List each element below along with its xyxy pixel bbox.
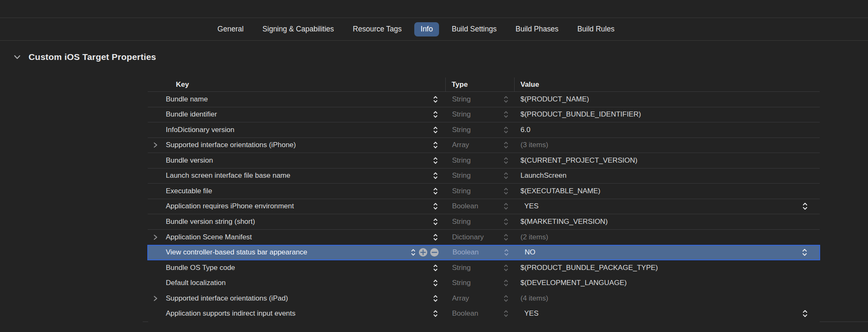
- table-row[interactable]: View controller-based status bar appeara…: [147, 245, 820, 260]
- key-label: Bundle identifier: [166, 110, 217, 119]
- type-cell: String: [445, 214, 514, 229]
- column-header-value: Value: [514, 78, 820, 91]
- type-stepper-icon[interactable]: [503, 201, 509, 212]
- type-stepper-icon[interactable]: [503, 109, 509, 120]
- value-cell[interactable]: $(CURRENT_PROJECT_VERSION): [514, 153, 820, 168]
- key-stepper-icon[interactable]: [432, 140, 439, 150]
- value-cell[interactable]: $(EXECUTABLE_NAME): [514, 184, 820, 199]
- key-stepper-icon[interactable]: [432, 155, 439, 166]
- type-stepper-icon[interactable]: [503, 232, 509, 243]
- table-row[interactable]: Bundle OS Type code String $(PRODUCT_BUN…: [148, 260, 820, 276]
- key-stepper-icon[interactable]: [432, 278, 439, 288]
- type-stepper-icon[interactable]: [503, 216, 509, 227]
- key-stepper-icon[interactable]: [432, 232, 439, 243]
- tab-info[interactable]: Info: [414, 22, 439, 36]
- value-cell[interactable]: $(DEVELOPMENT_LANGUAGE): [514, 275, 820, 291]
- key-stepper-icon[interactable]: [432, 293, 439, 304]
- table-row[interactable]: Default localization String $(DEVELOPMEN…: [148, 275, 820, 291]
- value-cell[interactable]: $(PRODUCT_NAME): [514, 92, 820, 107]
- type-cell: String: [445, 260, 514, 276]
- type-cell: String: [445, 107, 514, 122]
- table-row[interactable]: Bundle identifier String $(PRODUCT_BUNDL…: [148, 107, 820, 123]
- type-stepper-icon[interactable]: [503, 94, 509, 105]
- table-row[interactable]: Application supports indirect input even…: [148, 306, 820, 322]
- key-stepper-icon[interactable]: [410, 247, 416, 258]
- table-row[interactable]: Bundle name String $(PRODUCT_NAME): [148, 92, 820, 107]
- key-cell: Application requires iPhone environment: [148, 199, 445, 214]
- value-cell[interactable]: NO: [515, 246, 819, 259]
- value-cell[interactable]: $(PRODUCT_BUNDLE_IDENTIFIER): [514, 107, 820, 122]
- value-cell[interactable]: 6.0: [514, 122, 820, 137]
- type-stepper-icon[interactable]: [503, 278, 509, 288]
- tab-general[interactable]: General: [217, 22, 243, 36]
- key-stepper-icon[interactable]: [432, 308, 439, 319]
- tab-label: General: [217, 25, 243, 34]
- value-label: LaunchScreen: [520, 171, 567, 180]
- chevron-down-icon[interactable]: [13, 52, 22, 62]
- value-dropdown-icon[interactable]: [802, 201, 808, 212]
- chevron-right-icon[interactable]: [152, 295, 159, 302]
- type-label: Array: [452, 141, 469, 149]
- table-row[interactable]: Bundle version string (short) String $(M…: [148, 214, 820, 230]
- type-label: String: [452, 264, 471, 272]
- chevron-right-icon[interactable]: [152, 141, 159, 149]
- value-dropdown-icon[interactable]: [801, 247, 808, 258]
- table-row[interactable]: Launch screen interface file base name S…: [148, 169, 820, 184]
- type-cell: Boolean: [445, 199, 514, 214]
- type-stepper-icon[interactable]: [503, 308, 509, 319]
- tab-label: Build Settings: [452, 25, 497, 34]
- value-cell[interactable]: (3 items): [514, 138, 820, 153]
- type-stepper-icon[interactable]: [503, 124, 509, 135]
- type-stepper-icon[interactable]: [503, 140, 509, 150]
- key-stepper-icon[interactable]: [432, 94, 439, 105]
- key-label: Bundle version: [166, 156, 213, 165]
- key-label: InfoDictionary version: [166, 126, 234, 134]
- value-label: $(DEVELOPMENT_LANGUAGE): [520, 279, 627, 287]
- type-label: Boolean: [452, 248, 478, 257]
- type-cell: Array: [445, 138, 514, 153]
- key-stepper-icon[interactable]: [432, 170, 439, 181]
- value-cell[interactable]: $(PRODUCT_BUNDLE_PACKAGE_TYPE): [514, 260, 820, 276]
- key-stepper-icon[interactable]: [432, 124, 439, 135]
- tab-resource-tags[interactable]: Resource Tags: [353, 22, 402, 36]
- section-header[interactable]: Custom iOS Target Properties: [13, 50, 156, 64]
- table-row[interactable]: Supported interface orientations (iPhone…: [148, 138, 820, 153]
- key-stepper-icon[interactable]: [432, 186, 439, 197]
- value-cell[interactable]: LaunchScreen: [514, 169, 820, 184]
- table-row[interactable]: Application Scene Manifest Dictionary (2…: [148, 230, 820, 245]
- remove-row-button[interactable]: [430, 248, 439, 257]
- value-cell[interactable]: YES: [514, 199, 820, 214]
- type-stepper-icon[interactable]: [503, 186, 509, 197]
- tab-build-phases[interactable]: Build Phases: [515, 22, 558, 36]
- key-stepper-icon[interactable]: [432, 201, 439, 212]
- add-row-button[interactable]: [418, 248, 428, 257]
- value-cell[interactable]: $(MARKETING_VERSION): [514, 214, 820, 229]
- table-row[interactable]: Application requires iPhone environment …: [148, 199, 820, 215]
- table-row[interactable]: Supported interface orientations (iPad) …: [148, 291, 820, 306]
- key-stepper-icon[interactable]: [432, 262, 439, 273]
- tab-signing-capabilities[interactable]: Signing & Capabilities: [262, 22, 334, 36]
- tab-build-rules[interactable]: Build Rules: [577, 22, 614, 36]
- key-cell: Bundle version: [148, 153, 445, 168]
- value-cell[interactable]: YES: [514, 306, 820, 322]
- value-dropdown-icon[interactable]: [802, 308, 808, 319]
- key-stepper-icon[interactable]: [432, 216, 439, 227]
- tab-group: GeneralSigning & CapabilitiesResource Ta…: [217, 22, 614, 36]
- key-label: Bundle name: [166, 95, 208, 104]
- tab-label: Build Phases: [515, 25, 558, 34]
- value-label: $(PRODUCT_BUNDLE_PACKAGE_TYPE): [520, 264, 658, 272]
- type-stepper-icon[interactable]: [503, 155, 509, 166]
- value-cell[interactable]: (2 items): [514, 230, 820, 245]
- chevron-right-icon[interactable]: [152, 233, 159, 241]
- type-stepper-icon[interactable]: [503, 262, 509, 273]
- type-cell: String: [445, 169, 514, 184]
- tab-build-settings[interactable]: Build Settings: [452, 22, 497, 36]
- key-stepper-icon[interactable]: [432, 109, 439, 120]
- value-cell[interactable]: (4 items): [514, 291, 820, 306]
- type-stepper-icon[interactable]: [503, 247, 510, 258]
- table-row[interactable]: Executable file String $(EXECUTABLE_NAME…: [148, 184, 820, 199]
- table-row[interactable]: InfoDictionary version String 6.0: [148, 122, 820, 138]
- table-row[interactable]: Bundle version String $(CURRENT_PROJECT_…: [148, 153, 820, 169]
- type-stepper-icon[interactable]: [503, 293, 509, 304]
- type-stepper-icon[interactable]: [503, 170, 509, 181]
